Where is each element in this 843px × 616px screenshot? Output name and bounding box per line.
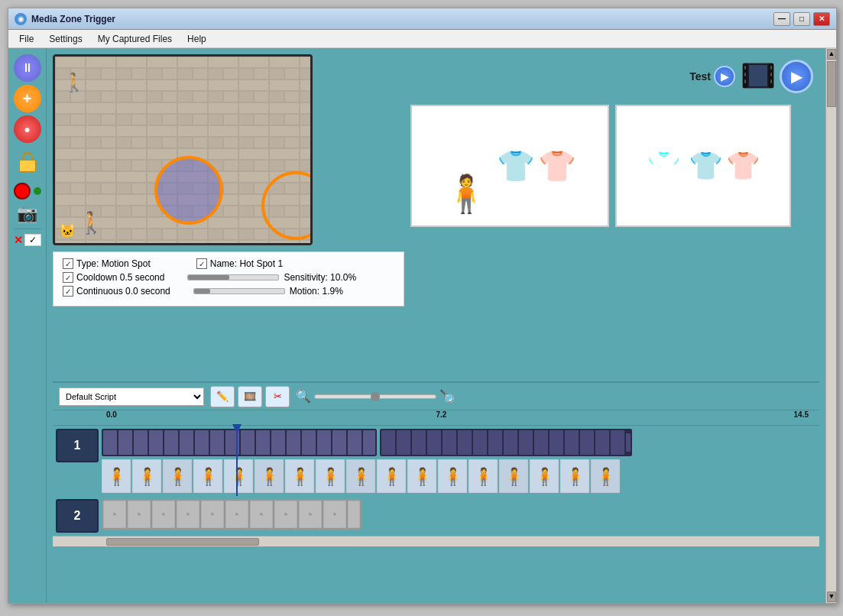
test-button[interactable]: Test ▶ xyxy=(689,66,735,87)
camera-button[interactable]: 📷 xyxy=(17,204,37,224)
monitor-1[interactable]: 1 xyxy=(56,429,99,462)
settings-button[interactable]: ● xyxy=(14,115,41,143)
motion-slider-container: Motion: 1.9% xyxy=(193,286,343,297)
svg-text:🧍: 🧍 xyxy=(381,466,403,487)
svg-rect-21 xyxy=(149,430,163,455)
svg-text:≈: ≈ xyxy=(211,511,214,517)
type-checkbox[interactable]: ✓ xyxy=(63,258,73,269)
horizontal-scrollbar[interactable] xyxy=(53,536,819,546)
sensitivity-fill xyxy=(188,275,229,280)
svg-text:≈: ≈ xyxy=(162,511,165,517)
preview-panels: 🧍 👕 👕 xyxy=(410,105,819,227)
svg-rect-10 xyxy=(744,73,746,76)
top-section: 🚶 🚶 🐱 xyxy=(53,54,819,375)
svg-rect-30 xyxy=(287,430,300,455)
pause-button[interactable]: ⏸ xyxy=(14,54,41,82)
clip-1[interactable] xyxy=(102,429,377,456)
film-frames-2 xyxy=(380,429,632,456)
svg-text:🧍: 🧍 xyxy=(443,466,464,487)
scroll-down-btn[interactable]: ▼ xyxy=(827,592,836,602)
svg-rect-25 xyxy=(210,430,224,455)
zoom-in-icon[interactable]: 🔍 xyxy=(439,389,455,404)
svg-rect-46 xyxy=(519,430,533,455)
track-2-clip[interactable]: ≈ ≈ ≈ ≈ ≈ ≈ ≈ ≈ ≈ ≈ xyxy=(102,499,362,530)
clip-2[interactable] xyxy=(380,429,632,456)
svg-text:🧍: 🧍 xyxy=(290,466,311,487)
svg-text:≈: ≈ xyxy=(113,511,116,517)
playhead[interactable] xyxy=(236,426,238,496)
menu-help[interactable]: Help xyxy=(180,32,214,46)
svg-text:🧍: 🧍 xyxy=(320,466,342,487)
preview-placeholder xyxy=(319,54,404,245)
h-scrollbar-thumb[interactable] xyxy=(106,538,259,546)
cut-tool-button[interactable]: ✂ xyxy=(265,386,290,407)
menu-file[interactable]: File xyxy=(11,32,41,46)
tshirt-group-1: 👕 👕 xyxy=(497,148,576,184)
video-panel: 🚶 🚶 🐱 xyxy=(53,54,404,375)
svg-rect-9 xyxy=(744,66,746,70)
zoom-thumb[interactable] xyxy=(371,392,380,401)
svg-rect-35 xyxy=(363,430,375,455)
presenter-figure: 🧍 xyxy=(443,112,489,219)
test-play-button[interactable]: ▶ xyxy=(714,66,735,87)
secondary-preview-panel[interactable]: 👕 👕 👕 xyxy=(615,105,791,227)
svg-rect-40 xyxy=(427,430,441,455)
film-strip-icon: ▶ xyxy=(741,57,813,96)
delete-row: ✕ ✓ xyxy=(14,234,41,246)
continuous-label: ✓ Continuous 0.0 second xyxy=(63,286,170,297)
hotspot-circle-1[interactable] xyxy=(154,156,223,225)
svg-text:🧍: 🧍 xyxy=(106,466,128,487)
svg-rect-32 xyxy=(317,430,331,455)
svg-rect-23 xyxy=(180,430,193,455)
sensitivity-slider[interactable] xyxy=(187,274,279,280)
svg-rect-18 xyxy=(103,430,117,455)
tshirt-light-2: 👕 xyxy=(726,150,760,182)
vertical-scrollbar[interactable]: ▲ ▼ xyxy=(825,48,836,603)
svg-rect-50 xyxy=(580,430,594,455)
name-checkbox[interactable]: ✓ xyxy=(196,258,207,269)
svg-rect-41 xyxy=(443,430,456,455)
main-play-button[interactable]: ▶ xyxy=(780,60,813,93)
v-scrollbar-thumb[interactable] xyxy=(827,61,836,107)
delete-button[interactable]: ✕ xyxy=(14,234,23,246)
maximize-button[interactable]: □ xyxy=(793,12,810,26)
svg-rect-19 xyxy=(118,430,132,455)
tshirt-light-1: 👕 xyxy=(538,148,576,184)
lock-icon xyxy=(19,152,36,172)
track-1-persons: 🧍 🧍 🧍 🧍 🧍 xyxy=(102,459,816,493)
edit-tool-button[interactable]: ✏️ xyxy=(210,386,235,407)
cooldown-label: ✓ Cooldown 0.5 second xyxy=(63,272,164,283)
svg-rect-37 xyxy=(381,430,395,455)
motion-slider[interactable] xyxy=(193,288,285,294)
hotspot-panel: ✓ Type: Motion Spot ✓ Name: Hot Spot 1 ✓ xyxy=(53,251,404,306)
zoom-track[interactable] xyxy=(314,394,436,399)
svg-rect-31 xyxy=(302,430,316,455)
svg-text:🧍: 🧍 xyxy=(595,466,617,487)
type-label: ✓ Type: Motion Spot xyxy=(63,258,151,269)
svg-rect-44 xyxy=(488,430,502,455)
minimize-button[interactable]: — xyxy=(773,12,790,26)
svg-rect-52 xyxy=(611,430,624,455)
svg-text:≈: ≈ xyxy=(186,511,190,517)
menu-captured-files[interactable]: My Captured Files xyxy=(90,32,180,46)
svg-rect-20 xyxy=(134,430,148,455)
svg-rect-24 xyxy=(195,430,209,455)
svg-rect-12 xyxy=(770,66,772,70)
script-select[interactable]: Default Script xyxy=(59,387,204,406)
hotspot-row-3: ✓ Continuous 0.0 second Motion: 1.9% xyxy=(63,286,394,297)
monitor-2[interactable]: 2 xyxy=(56,499,99,533)
svg-text:≈: ≈ xyxy=(309,511,312,517)
scroll-up-btn[interactable]: ▲ xyxy=(827,49,836,60)
main-preview-panel[interactable]: 🧍 👕 👕 xyxy=(410,105,609,227)
continuous-checkbox[interactable]: ✓ xyxy=(63,286,73,297)
zoom-out-icon[interactable]: 🔍 xyxy=(296,389,311,404)
add-clip-button[interactable]: 🎞️ xyxy=(238,386,262,407)
lock-button[interactable] xyxy=(14,146,41,178)
close-button[interactable]: ✕ xyxy=(813,12,830,26)
cooldown-checkbox[interactable]: ✓ xyxy=(63,272,73,283)
svg-rect-42 xyxy=(458,430,472,455)
menu-settings[interactable]: Settings xyxy=(41,32,89,46)
add-button[interactable]: + xyxy=(14,85,41,112)
video-feed: 🚶 🚶 🐱 xyxy=(53,54,313,245)
checkbox-delete[interactable]: ✓ xyxy=(24,234,41,246)
